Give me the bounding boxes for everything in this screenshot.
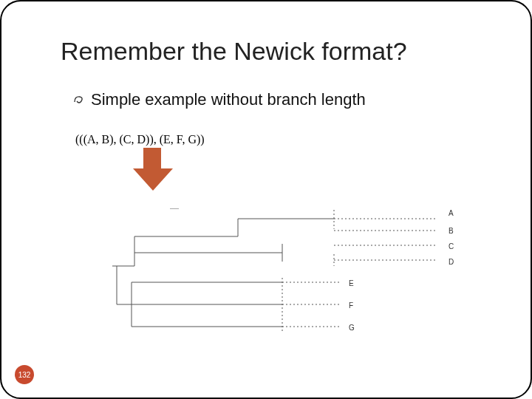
- svg-rect-0: [143, 148, 161, 168]
- bullet-row: Simple example without branch length: [72, 90, 366, 109]
- slide-frame: Remember the Newick format? Simple examp…: [0, 0, 532, 399]
- slide-title: Remember the Newick format?: [61, 37, 407, 66]
- leaf-label-b: B: [449, 227, 454, 235]
- leaf-label-f: F: [349, 301, 353, 310]
- arrow-down-icon: [127, 148, 179, 192]
- bullet-text: Simple example without branch length: [91, 90, 366, 109]
- leaf-label-e: E: [349, 279, 354, 287]
- page-number-badge: 132: [15, 365, 34, 384]
- phylogenetic-tree-icon: A B C D E F: [112, 208, 482, 349]
- leaf-label-a: A: [449, 209, 454, 217]
- leaf-label-c: C: [449, 242, 454, 250]
- swirl-bullet-icon: [72, 92, 86, 107]
- leaf-label-g: G: [349, 324, 355, 332]
- svg-marker-1: [133, 168, 173, 191]
- leaf-label-d: D: [449, 258, 454, 266]
- newick-string: (((A, B), (C, D)), (E, F, G)): [75, 133, 205, 146]
